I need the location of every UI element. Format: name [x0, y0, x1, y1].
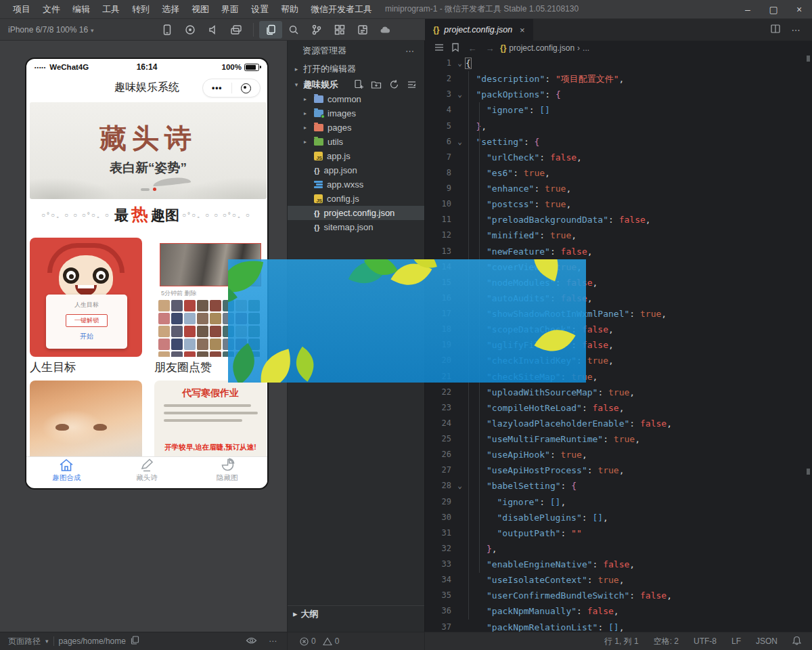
tree-item[interactable]: app.wxss [288, 177, 424, 192]
code-line[interactable]: 8"es6": true, [426, 165, 812, 181]
code-line[interactable]: 5}, [426, 118, 812, 134]
tree-item[interactable]: JSapp.js [288, 149, 424, 163]
bell-icon[interactable] [792, 636, 801, 647]
code-line[interactable]: 6⌄"setting": { [426, 134, 812, 150]
menu-item[interactable]: 设置 [245, 0, 275, 19]
code-line[interactable]: 31"outputPath": "" [426, 525, 812, 541]
explorer-more-icon[interactable]: ⋯ [405, 46, 415, 56]
list-icon[interactable] [432, 43, 446, 53]
split-editor-icon[interactable] [767, 24, 784, 35]
code-line[interactable]: 12"minified": true, [426, 228, 812, 243]
code-line[interactable]: 13"newFeature": false, [426, 244, 812, 259]
code-line[interactable]: 33"enableEngineNative": false, [426, 557, 812, 572]
tab-funpic-compose[interactable]: 趣图合成 [26, 457, 107, 483]
tree-item[interactable]: {}project.config.json [288, 206, 424, 220]
record-icon[interactable] [179, 21, 202, 39]
warning-count[interactable]: 0 [323, 636, 340, 646]
menu-item[interactable]: 界面 [215, 0, 245, 19]
back-icon[interactable]: ← [465, 43, 480, 53]
menu-item[interactable]: 视图 [185, 0, 215, 19]
code-line[interactable]: 25"useMultiFrameRuntime": true, [426, 431, 812, 447]
new-folder-icon[interactable] [369, 78, 384, 91]
code-line[interactable]: 24"lazyloadPlaceholderEnable": false, [426, 416, 812, 431]
cloud-icon[interactable] [374, 21, 397, 39]
tree-item[interactable]: {}app.json [288, 163, 424, 177]
code-line[interactable]: 2"description": "项目配置文件", [426, 71, 812, 87]
multi-window-icon[interactable] [225, 21, 248, 39]
fold-icon[interactable]: ⌄ [454, 478, 466, 494]
eye-icon[interactable] [246, 636, 257, 647]
tree-item[interactable]: {}sitemap.json [288, 220, 424, 234]
tab-hidden-pic[interactable]: 隐藏图 [187, 457, 267, 483]
code-line[interactable]: 27"useApiHostProcess": true, [426, 462, 812, 478]
code-line[interactable]: 34"useIsolateContext": true, [426, 572, 812, 588]
page-path-label[interactable]: 页面路径 [8, 636, 41, 647]
forward-icon[interactable]: → [482, 43, 497, 53]
new-file-icon[interactable] [351, 78, 366, 91]
project-root[interactable]: ▾ 趣味娱乐 [288, 77, 424, 92]
fold-icon[interactable]: ⌄ [454, 56, 466, 71]
code-line[interactable]: 32}, [426, 541, 812, 557]
editor-tab[interactable]: {} project.config.json × [425, 19, 533, 41]
scrollbar-mark[interactable] [807, 56, 810, 62]
code-line[interactable]: 7"urlCheck": false, [426, 150, 812, 165]
code-line[interactable]: 4"ignore": [] [426, 102, 812, 118]
menu-item[interactable]: 帮助 [275, 0, 304, 19]
bookmark-icon[interactable] [449, 43, 462, 54]
code-line[interactable]: 11"preloadBackgroundData": false, [426, 212, 812, 228]
code-line[interactable]: 28⌄"babelSetting": { [426, 478, 812, 494]
tree-item[interactable]: ▸images [288, 106, 424, 121]
card-life-goal[interactable]: 人生目标 一键解锁 开始 [30, 238, 142, 357]
tree-item[interactable]: ▸pages [288, 121, 424, 135]
menu-item[interactable]: 转到 [126, 0, 156, 19]
git-branch-icon[interactable] [305, 21, 328, 39]
status-more-icon[interactable]: ⋯ [269, 636, 277, 646]
collapse-all-icon[interactable] [404, 78, 419, 91]
tree-item[interactable]: JSconfig.js [288, 192, 424, 206]
capsule-exit-icon[interactable] [232, 83, 261, 93]
cursor-position[interactable]: 行 1, 列 1 [604, 636, 639, 647]
code-line[interactable]: 9"enhance": true, [426, 181, 812, 196]
code-line[interactable]: 1⌄{ [426, 56, 812, 71]
outline-section[interactable]: ▸ 大纲 [288, 605, 424, 622]
language-mode[interactable]: JSON [756, 636, 777, 646]
menu-item[interactable]: 工具 [96, 0, 126, 19]
unlock-button[interactable]: 一键解锁 [66, 314, 108, 327]
encoding[interactable]: UTF-8 [694, 636, 717, 646]
fold-icon[interactable]: ⌄ [454, 134, 466, 150]
code-line[interactable]: 3⌄"packOptions": { [426, 87, 812, 102]
capsule-menu[interactable]: ••• [202, 79, 261, 98]
capsule-more-icon[interactable]: ••• [203, 83, 231, 93]
menu-item[interactable]: 编辑 [66, 0, 96, 19]
tab-acrostic-poem[interactable]: 藏头诗 [107, 457, 187, 483]
eol-setting[interactable]: LF [731, 636, 741, 646]
device-icon[interactable] [156, 21, 179, 39]
tab-close-icon[interactable]: × [520, 25, 525, 35]
minimize-button[interactable]: – [735, 0, 761, 19]
mute-icon[interactable] [202, 21, 225, 39]
code-line[interactable]: 26"useApiHook": true, [426, 447, 812, 462]
code-line[interactable]: 23"compileHotReLoad": false, [426, 400, 812, 416]
error-count[interactable]: 0 [300, 636, 316, 646]
search-icon[interactable] [282, 21, 305, 39]
menu-item[interactable]: 微信开发者工具 [304, 0, 378, 19]
fold-icon[interactable]: ⌄ [454, 87, 466, 102]
menu-item[interactable]: 选择 [156, 0, 185, 19]
start-link[interactable]: 开始 [80, 332, 93, 341]
copy-icon[interactable] [131, 636, 139, 647]
menu-item[interactable]: 项目 [7, 0, 37, 19]
refresh-icon[interactable] [386, 78, 401, 91]
banner-carousel[interactable]: 藏头诗 表白新“姿势” [30, 102, 267, 199]
code-line[interactable]: 30"disablePlugins": [], [426, 510, 812, 525]
code-line[interactable]: 10"postcss": true, [426, 196, 812, 212]
code-line[interactable]: 37"packNpmRelationList": [], [426, 620, 812, 632]
files-icon[interactable] [259, 21, 282, 39]
tree-item[interactable]: ▸common [288, 92, 424, 106]
breadcrumb-more[interactable]: ... [583, 43, 589, 53]
indentation-setting[interactable]: 空格: 2 [654, 636, 679, 647]
code-line[interactable]: 35"userConfirmedBundleSwitch": false, [426, 588, 812, 603]
scrollbar-mark[interactable] [807, 469, 810, 475]
layout-grid-icon[interactable] [328, 21, 351, 39]
maximize-button[interactable]: ▢ [761, 0, 786, 19]
code-line[interactable]: 29"ignore": [], [426, 494, 812, 510]
